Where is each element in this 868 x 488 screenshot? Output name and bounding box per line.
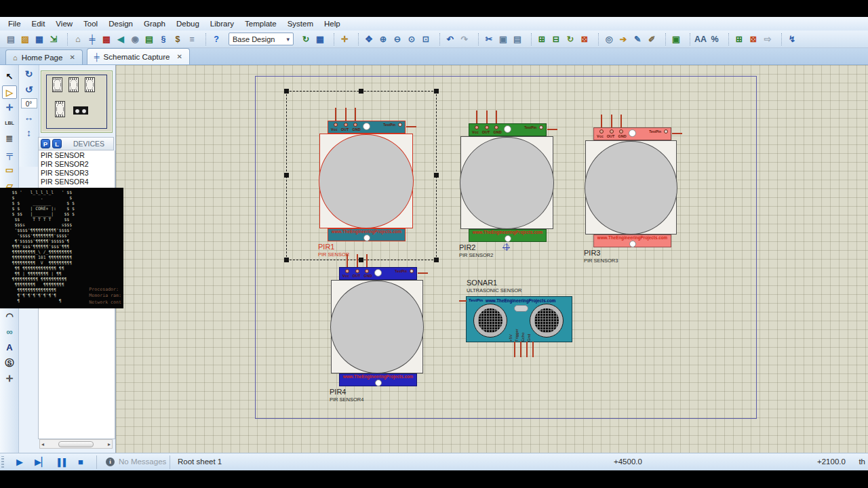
junction-dot-mode-icon[interactable]: ✛ bbox=[2, 101, 17, 115]
home-icon[interactable]: ⌂ bbox=[71, 33, 85, 45]
search-text-icon[interactable]: AA bbox=[694, 33, 707, 45]
zoom-in-icon[interactable]: ⊕ bbox=[376, 33, 390, 45]
device-item[interactable]: PIR SENSOR4 bbox=[39, 178, 115, 186]
menu-item[interactable]: Debug bbox=[171, 18, 205, 29]
block-copy-icon[interactable]: ⊞ bbox=[535, 33, 549, 45]
refresh-icon[interactable]: ↻ bbox=[299, 33, 313, 45]
selection-handle[interactable] bbox=[284, 89, 289, 94]
pcb-layout-icon[interactable]: ▩ bbox=[100, 33, 113, 45]
component-pir1[interactable]: VccOUTGND TestPin www.TheEngineeringProj… bbox=[319, 134, 413, 228]
project-notes-icon[interactable]: ▤ bbox=[142, 33, 156, 45]
menu-item[interactable]: File bbox=[3, 18, 26, 29]
component-sonar1[interactable]: SONAR1 ULTRASONIC SENSOR TestPin www.The… bbox=[466, 296, 572, 342]
save-icon[interactable]: ▦ bbox=[33, 33, 46, 45]
pick-devices-button[interactable]: P bbox=[41, 139, 50, 148]
device-item[interactable]: PIR SENSOR3 bbox=[39, 169, 115, 178]
close-tab-icon[interactable]: ✕ bbox=[69, 54, 75, 61]
wire-autorouter-icon[interactable]: ▣ bbox=[669, 33, 683, 45]
style-selector-dropdown[interactable]: Base Design ▾ bbox=[229, 33, 294, 45]
component-pir4[interactable]: VccOUTGND TestPin www.TheEngineeringProj… bbox=[331, 280, 423, 373]
block-delete-icon[interactable]: ⊠ bbox=[578, 33, 591, 45]
buses-mode-icon[interactable]: ╤ bbox=[2, 148, 17, 161]
menu-item[interactable]: Library bbox=[205, 18, 239, 29]
rotate-clockwise-icon[interactable]: ↻ bbox=[21, 67, 37, 81]
property-assignment-icon[interactable]: % bbox=[708, 33, 722, 45]
tab-home-page[interactable]: ⌂ Home Page ✕ bbox=[5, 49, 83, 64]
selection-handle[interactable] bbox=[284, 173, 289, 178]
edit-properties-icon[interactable]: ✎ bbox=[631, 33, 644, 45]
wire-label-mode-icon[interactable]: LBL bbox=[2, 117, 17, 130]
design-doc-icon[interactable]: ≡ bbox=[185, 33, 199, 45]
new-document-icon[interactable]: ▤ bbox=[4, 33, 18, 45]
stop-button[interactable]: ■ bbox=[73, 455, 88, 469]
menu-item[interactable]: Template bbox=[239, 18, 282, 29]
device-item[interactable]: PIR SENSOR bbox=[39, 151, 115, 160]
selection-handle[interactable] bbox=[434, 258, 439, 262]
design-tools-icon[interactable]: ✐ bbox=[645, 33, 658, 45]
help-icon[interactable]: ? bbox=[210, 33, 223, 45]
copy-icon[interactable]: ▣ bbox=[496, 33, 510, 45]
text-script-mode-icon[interactable]: ≣ bbox=[2, 132, 17, 146]
mirror-vertical-icon[interactable]: ↕ bbox=[21, 126, 37, 140]
grid-toggle-icon[interactable]: ▦ bbox=[313, 33, 327, 45]
new-sheet-icon[interactable]: ⊞ bbox=[732, 33, 746, 45]
selection-handle[interactable] bbox=[359, 258, 363, 262]
remove-sheet-icon[interactable]: ⊠ bbox=[747, 33, 760, 45]
block-rotate-icon[interactable]: ↻ bbox=[564, 33, 577, 45]
zoom-area-icon[interactable]: ⊡ bbox=[419, 33, 433, 45]
pan-icon[interactable]: ✥ bbox=[362, 33, 376, 45]
zoom-all-icon[interactable]: ⊙ bbox=[405, 33, 418, 45]
scroll-thumb[interactable] bbox=[58, 441, 94, 447]
zoom-out-icon[interactable]: ⊖ bbox=[391, 33, 404, 45]
electrical-rule-check-icon[interactable]: ↯ bbox=[785, 33, 799, 45]
3d-viewer-icon[interactable]: ◀ bbox=[114, 33, 127, 45]
scroll-left-icon[interactable]: ◂ bbox=[41, 441, 44, 447]
2d-arc-icon[interactable]: ◠ bbox=[2, 310, 17, 323]
source-code-icon[interactable]: § bbox=[157, 33, 170, 45]
scroll-right-icon[interactable]: ▸ bbox=[108, 441, 111, 447]
selection-handle[interactable] bbox=[434, 89, 439, 94]
pause-button[interactable]: ▌▌ bbox=[56, 455, 71, 469]
menu-item[interactable]: Tool bbox=[78, 18, 103, 29]
open-folder-icon[interactable]: ▨ bbox=[18, 33, 32, 45]
block-move-icon[interactable]: ⊟ bbox=[549, 33, 563, 45]
menu-item[interactable]: Edit bbox=[26, 18, 51, 29]
design-explorer-icon[interactable]: ◉ bbox=[128, 33, 142, 45]
bill-of-materials-icon[interactable]: $ bbox=[171, 33, 184, 45]
selection-mode-icon[interactable]: ↖ bbox=[2, 70, 17, 83]
undo-icon[interactable]: ↶ bbox=[443, 33, 457, 45]
rotate-anticlockwise-icon[interactable]: ↺ bbox=[21, 83, 37, 96]
2d-text-icon[interactable]: A bbox=[2, 341, 17, 354]
redo-icon[interactable]: ↷ bbox=[458, 33, 471, 45]
component-pir2[interactable]: VccOUTGND TestPin www.TheEngineeringProj… bbox=[460, 136, 553, 229]
devices-hscrollbar[interactable]: ◂ ▸ bbox=[39, 439, 113, 449]
2d-ellipse-icon[interactable]: ∞ bbox=[2, 325, 17, 339]
component-pir3[interactable]: VccOUTGND TestPin www.TheEngineeringProj… bbox=[585, 140, 677, 235]
2d-symbol-icon[interactable]: Ⓢ bbox=[2, 357, 17, 370]
origin-icon[interactable]: ✛ bbox=[338, 33, 351, 45]
mirror-horizontal-icon[interactable]: ↔ bbox=[21, 110, 37, 124]
rotation-angle-field[interactable]: 0° bbox=[21, 98, 37, 108]
paste-icon[interactable]: ▤ bbox=[511, 33, 524, 45]
schematic-canvas[interactable]: VccOUTGND TestPin www.TheEngineeringProj… bbox=[115, 65, 868, 453]
menu-item[interactable]: Design bbox=[103, 18, 138, 29]
menu-item[interactable]: View bbox=[50, 18, 78, 29]
overview-preview[interactable] bbox=[41, 70, 113, 133]
menu-item[interactable]: System bbox=[282, 18, 319, 29]
2d-marker-icon[interactable]: ✛ bbox=[2, 372, 17, 386]
selection-handle[interactable] bbox=[434, 173, 439, 178]
subcircuit-mode-icon[interactable]: ▭ bbox=[2, 163, 17, 177]
selection-handle[interactable] bbox=[284, 258, 289, 262]
step-button[interactable]: ▶▏ bbox=[33, 455, 50, 469]
schematic-capture-icon[interactable]: ╪ bbox=[85, 33, 99, 45]
goto-sheet-icon[interactable]: ⇨ bbox=[761, 33, 774, 45]
goto-component-icon[interactable]: ➔ bbox=[616, 33, 630, 45]
device-item[interactable]: PIR SENSOR2 bbox=[39, 160, 115, 169]
selection-handle[interactable] bbox=[359, 89, 363, 94]
find-component-icon[interactable]: ◎ bbox=[602, 33, 616, 45]
library-manager-button[interactable]: L bbox=[52, 139, 62, 148]
menu-item[interactable]: Help bbox=[319, 18, 346, 29]
tab-schematic-capture[interactable]: ╪ Schematic Capture ✕ bbox=[87, 48, 190, 64]
play-button[interactable]: ▶ bbox=[12, 455, 27, 469]
component-mode-icon[interactable]: ▷ bbox=[2, 85, 17, 99]
